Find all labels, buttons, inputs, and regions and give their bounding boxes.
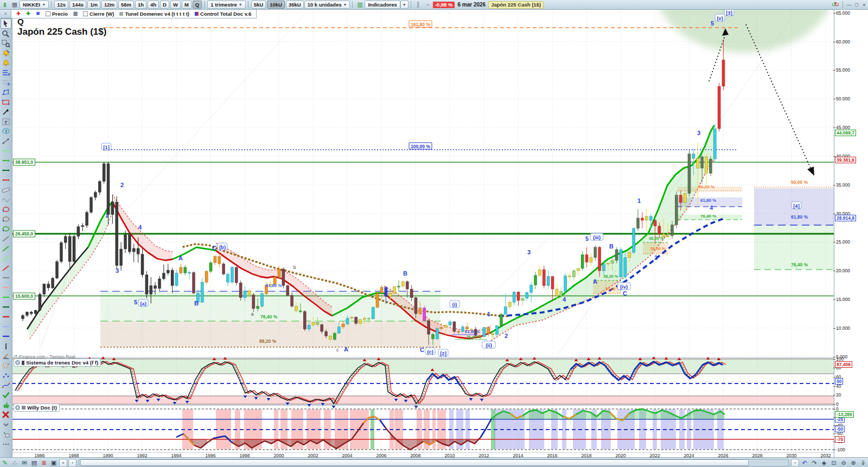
timeframe-12m[interactable]: 12m [101, 1, 117, 9]
zoomsel-tool[interactable] [1, 39, 11, 48]
panel2-header[interactable]: ✕ Willy Doc (t) [14, 404, 60, 412]
chev-tool[interactable] [1, 420, 11, 429]
fib-tool[interactable]: F [1, 68, 11, 78]
seg-tool[interactable] [1, 137, 11, 146]
chart-style-icon[interactable]: ‖ [0, 1, 10, 9]
ell-tool[interactable] [1, 225, 11, 234]
timeframe-1m[interactable]: 1m [87, 1, 100, 9]
minimize-button[interactable]: — [845, 1, 853, 8]
unit-35kU[interactable]: 35kU [286, 1, 304, 9]
scroll-button[interactable]: « [59, 459, 67, 467]
bottom-action-icon-2[interactable]: ◈ [819, 459, 829, 467]
ell-tool[interactable] [1, 215, 11, 224]
price-axis[interactable]: 65.00060.00055.00050.00045.00040.00035.0… [834, 9, 868, 457]
bottom-action-icon-5[interactable]: ⊕ [848, 459, 858, 467]
timeframe-Q[interactable]: Q [193, 1, 202, 9]
timeframe-144s[interactable]: 144s [69, 1, 86, 9]
hdot-tool[interactable] [1, 176, 11, 185]
diag-tool[interactable] [1, 244, 11, 253]
instrument-dropdown[interactable]: NIKKEI▼ [20, 1, 49, 9]
timeframe-12s[interactable]: 12s [54, 1, 68, 9]
hline-tool[interactable] [1, 303, 11, 312]
text-tool[interactable]: T [1, 117, 11, 126]
fib2-tool[interactable]: F [1, 78, 11, 87]
remove-blue-icon[interactable]: ✖ [33, 10, 43, 18]
tunel-indicator-item[interactable]: Tunel Domenec v4 (t t t t t) [119, 11, 189, 17]
bars-icon[interactable]: ≣ [39, 459, 49, 467]
close-icon[interactable]: ✕ [15, 405, 20, 410]
hline-tool[interactable] [1, 273, 11, 283]
control-indicator-item[interactable]: Control Total Doc v.6 [195, 11, 251, 17]
poly-tool[interactable] [1, 88, 11, 97]
period-dropdown[interactable]: 1 trimestre▼ [207, 1, 246, 9]
add-red-icon[interactable]: ✚ [14, 10, 23, 18]
callout-tool[interactable]: T [1, 127, 11, 136]
grip-tool[interactable] [1, 430, 11, 439]
refresh-icon[interactable]: ↺↻ [831, 1, 840, 9]
add-green-icon[interactable]: ✚ [23, 10, 33, 18]
arrow-tool[interactable] [1, 107, 11, 117]
cierre-checkbox[interactable]: Cierre (W) [83, 11, 114, 17]
list-icon[interactable]: ≣ [71, 10, 80, 18]
diag-tool[interactable] [1, 234, 11, 244]
bottom-action-icon-0[interactable]: ↶ [800, 459, 809, 467]
restore-button[interactable]: □ [853, 1, 860, 8]
scroll-right-button[interactable]: › [791, 459, 799, 467]
share-icon[interactable]: ∴ [10, 459, 20, 467]
layout-grid-icon[interactable]: ▦ [10, 1, 20, 9]
hline-tool[interactable] [1, 332, 11, 341]
indicators-caret[interactable]: ▼ [400, 1, 409, 9]
chart-canvas[interactable]: 161,80 %100,00 %61,80 %76,40 %88,20 %61,… [12, 9, 834, 457]
cursor-tool[interactable] [1, 18, 11, 29]
hline-tool[interactable] [1, 312, 11, 322]
hdot-tool[interactable] [1, 166, 11, 175]
panel1-header[interactable]: ✕ Sistema de trenes Doc v4 (f f) [14, 359, 101, 367]
bottom-action-icon-1[interactable]: ↷ [809, 459, 819, 467]
collapse-toolbar-tab[interactable]: ˄ [0, 9, 11, 18]
hline-tool[interactable] [1, 322, 11, 331]
pause-icon[interactable]: ∥ [413, 1, 423, 9]
cross-tool[interactable] [1, 410, 11, 419]
hline-tool[interactable] [1, 293, 11, 302]
hdot-tool[interactable] [1, 156, 11, 165]
candle-chart-icon[interactable]: ▥ [355, 1, 365, 9]
scrollbar-thumb[interactable] [80, 459, 749, 466]
close-icon[interactable]: ✕ [15, 360, 20, 365]
unit-10kU[interactable]: 10kU [267, 1, 285, 9]
check-tool[interactable] [1, 391, 11, 400]
units-dropdown[interactable]: 10 k unidades▼ [304, 1, 350, 9]
curve-tool[interactable] [1, 381, 11, 390]
window-icon[interactable]: ▣ [49, 459, 59, 467]
scroll-button[interactable]: ‹ [68, 459, 76, 467]
timeframe-56m[interactable]: 56m [118, 1, 134, 9]
wave-tool[interactable] [1, 195, 11, 204]
close-button[interactable]: × [860, 1, 868, 8]
thumb-tool[interactable] [1, 400, 11, 410]
bottom-action-icon-4[interactable]: ⊖ [839, 459, 848, 467]
zoom-tool[interactable] [1, 29, 11, 39]
price-checkbox[interactable]: Precio [46, 11, 68, 17]
timeframe-D[interactable]: D [160, 1, 169, 9]
timeframe-4h[interactable]: 4h [148, 1, 159, 9]
diag-tool[interactable] [1, 254, 11, 263]
angle-tool[interactable] [1, 351, 11, 361]
news-icon[interactable]: ▤ [29, 459, 39, 467]
ruler-tool[interactable] [1, 185, 11, 195]
vline-tool[interactable] [1, 342, 11, 351]
chat-icon[interactable]: ✉ [20, 459, 29, 467]
draw-icon[interactable]: ✎ [0, 459, 10, 467]
circo-tool[interactable]: + [1, 361, 11, 370]
horizontal-scrollbar[interactable] [79, 459, 789, 466]
hdot-tool[interactable] [1, 146, 11, 156]
timeframe-M[interactable]: M [182, 1, 192, 9]
bellpen-tool[interactable] [1, 49, 11, 58]
indicators-dropdown[interactable]: Indicadores [365, 1, 400, 9]
rect-tool[interactable] [1, 98, 11, 107]
unit-5kU[interactable]: 5kU [251, 1, 266, 9]
ell-tool[interactable] [1, 205, 11, 214]
dots-tool[interactable] [1, 439, 11, 449]
timeframe-1h[interactable]: 1h [135, 1, 146, 9]
hline-tool[interactable] [1, 283, 11, 292]
bottom-action-icon-3[interactable]: ⊡ [829, 459, 839, 467]
timeframe-W[interactable]: W [170, 1, 181, 9]
